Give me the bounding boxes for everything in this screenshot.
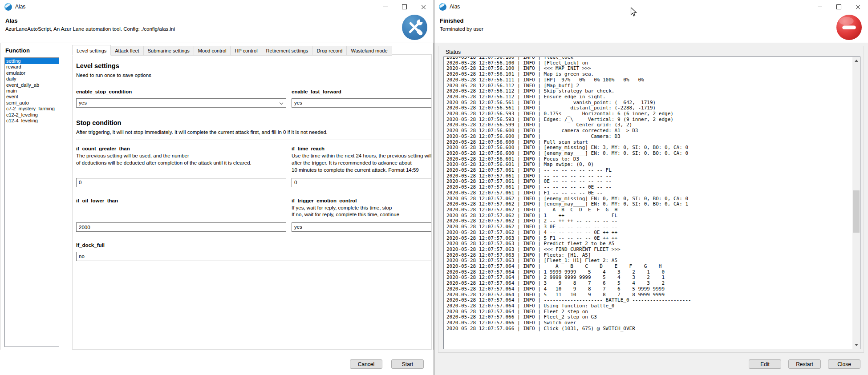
cancel-button[interactable]: Cancel — [350, 359, 382, 369]
log-line: 2020-05-28 12:07:57.062 | INFO | 4 -- --… — [446, 230, 852, 236]
window-title: Alas — [15, 4, 25, 10]
minimize-button[interactable] — [376, 0, 395, 13]
app-header: Alas AzurLaneAutoScript, An Azur Lane au… — [0, 13, 434, 43]
scrollbar-thumb[interactable] — [853, 190, 860, 233]
field-cell: yes — [76, 98, 286, 108]
close-window-button[interactable]: Close — [828, 359, 860, 369]
stop-remove-icon — [836, 15, 862, 40]
tab[interactable]: Attack fleet — [111, 46, 143, 56]
function-panel-label: Function — [5, 47, 30, 54]
section-level-settings: Level settings Need to run once to save … — [76, 62, 432, 83]
scroll-down-button[interactable] — [852, 341, 860, 349]
log-line: 2020-05-28 12:07:57.063 | INFO | Predict… — [446, 241, 852, 247]
titlebar[interactable]: Alas — [0, 0, 434, 13]
if_count_greater_than-input[interactable] — [76, 178, 286, 187]
log-line: 2020-05-28 12:07:57.061 | INFO | -- -- -… — [446, 185, 852, 190]
sidebar-item[interactable]: setting — [5, 58, 59, 64]
enable_fast_forward-select[interactable]: yes — [292, 98, 432, 108]
titlebar[interactable]: Alas — [434, 0, 868, 13]
status-header: Finished Terminated by user — [434, 13, 868, 43]
section-note: After triggering, it will not stop immed… — [76, 129, 432, 135]
log-line: 2020-05-28 12:07:56.112 | INFO | Ensure … — [446, 94, 852, 100]
status-group-label: Status — [446, 49, 461, 55]
tab[interactable]: HP control — [231, 46, 262, 56]
divider — [76, 140, 432, 140]
log-line: 2020-05-28 12:07:57.063 | INFO | <<< FIN… — [446, 247, 852, 253]
alas-logo-icon — [439, 3, 446, 11]
app-subtitle: AzurLaneAutoScript, An Azur Lane automat… — [5, 26, 175, 32]
enable_stop_condition-select[interactable]: yes — [76, 98, 286, 108]
chevron-down-icon — [280, 101, 283, 105]
function-listbox[interactable]: settingrewardemulatordailyevent_daily_ab… — [4, 57, 59, 347]
if_trigger_emotion_control-select[interactable]: yes — [292, 222, 432, 232]
alas-status-window: Alas Finished Terminated by user Status … — [434, 0, 868, 375]
app-title: Alas — [5, 17, 17, 24]
field-cell — [292, 178, 432, 187]
sidebar-item[interactable]: reward — [5, 64, 59, 70]
maximize-icon — [836, 4, 841, 9]
start-button[interactable]: Start — [391, 359, 424, 369]
log-line: 2020-05-28 12:07:57.064 | INFO | 4 10 9 … — [446, 286, 852, 292]
sidebar-item[interactable]: event_daily_ab — [5, 82, 59, 88]
log-scrollbar[interactable] — [852, 57, 860, 349]
sidebar-item[interactable]: c12-4_leveling — [5, 118, 59, 124]
field-description: The previous setting will be used, and t… — [76, 153, 286, 167]
wrench-tools-icon — [402, 15, 427, 40]
alas-settings-window: Alas Alas AzurLaneAutoScript, An Azur La… — [0, 0, 434, 375]
log-output[interactable]: 2020-05-28 12:07:56.100 | INFO | fleet_l… — [443, 56, 860, 349]
tab[interactable]: Wasteland mode — [347, 46, 392, 56]
triangle-down-icon — [855, 344, 858, 346]
sidebar-item[interactable]: daily — [5, 76, 59, 82]
sidebar-item[interactable]: semi_auto — [5, 100, 59, 106]
close-button[interactable] — [848, 0, 868, 13]
section-note: Need to run once to save options — [76, 73, 432, 78]
tab[interactable]: Drop record — [312, 46, 347, 56]
maximize-button[interactable] — [829, 0, 848, 13]
field-label-if_trigger_emotion_control: if_trigger_emotion_control If yes, wait … — [292, 198, 432, 219]
maximize-icon — [402, 4, 407, 9]
tab[interactable]: Level settings — [72, 45, 111, 56]
log-line: 2020-05-28 12:07:57.064 | INFO | A B C D… — [446, 264, 852, 270]
alas-logo-icon — [4, 3, 12, 11]
tab[interactable]: Submarine settings — [144, 46, 194, 56]
field-description: Use the time within the next 24 hours, t… — [292, 153, 432, 174]
combo-value: yes — [79, 100, 87, 105]
restart-button[interactable]: Restart — [788, 359, 821, 369]
field-label-if_time_reach: if_time_reach Use the time within the ne… — [292, 146, 432, 174]
spacer — [292, 232, 432, 248]
field-label-enable_fast_forward: enable_fast_forward — [292, 89, 432, 94]
if_time_reach-input[interactable] — [292, 178, 432, 187]
log-line: 2020-05-28 12:07:56.600 | INFO | Camera:… — [446, 134, 852, 140]
sidebar-item[interactable]: c7-2_mystery_farming — [5, 106, 59, 112]
edit-button[interactable]: Edit — [749, 359, 781, 369]
sidebar-item[interactable]: event — [5, 94, 59, 100]
log-line: 2020-05-28 12:07:57.061 | INFO | -- -- -… — [446, 168, 852, 173]
tab[interactable]: Mood control — [194, 46, 231, 56]
status-title: Finished — [440, 17, 463, 24]
window-title: Alas — [450, 4, 460, 10]
close-icon — [421, 4, 426, 9]
field-label-if_count_greater_than: if_count_greater_than The previous setti… — [76, 146, 286, 174]
sidebar-item[interactable]: emulator — [5, 70, 59, 76]
scroll-up-button[interactable] — [852, 57, 860, 65]
sidebar-item[interactable]: main — [5, 88, 59, 94]
field-cell — [76, 178, 286, 187]
field-cell — [76, 222, 286, 232]
maximize-button[interactable] — [395, 0, 414, 13]
if_dock_full-select[interactable]: no — [76, 252, 432, 261]
tab[interactable]: Retirement settings — [262, 46, 313, 56]
log-line: 2020-05-28 12:07:57.066 | INFO | Click (… — [446, 326, 852, 332]
minimize-button[interactable] — [810, 0, 829, 13]
field-cell: yes — [292, 98, 432, 108]
window-controls — [376, 0, 433, 13]
minimize-icon — [383, 7, 388, 7]
log-line: 2020-05-28 12:07:56.593 | INFO | 0.175s … — [446, 111, 852, 117]
close-button[interactable] — [414, 0, 433, 13]
sidebar-item[interactable]: c12-2_leveling — [5, 112, 59, 118]
if_oil_lower_than-input[interactable] — [76, 222, 286, 232]
field-label-text: if_count_greater_than — [76, 146, 130, 151]
tab-page-level-settings: Level settings Need to run once to save … — [72, 54, 432, 350]
combo-value: no — [79, 254, 85, 259]
status-group: Status 2020-05-28 12:07:56.100 | INFO | … — [438, 46, 864, 353]
log-line: 2020-05-28 12:07:57.064 | INFO | Using f… — [446, 303, 852, 309]
